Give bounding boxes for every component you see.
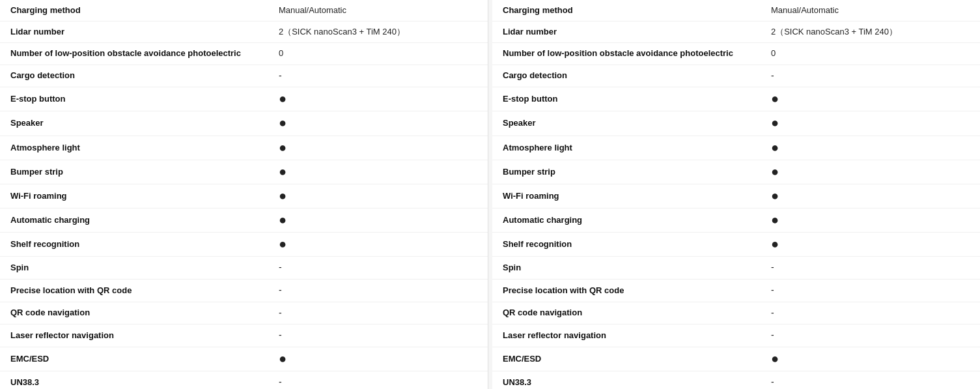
table-row: Automatic charging● (0, 209, 488, 233)
spec-label: Atmosphere light (492, 136, 761, 160)
spec-label: EMC/ESD (0, 347, 268, 371)
bullet-icon: ● (771, 352, 779, 365)
spec-value: - (268, 302, 488, 324)
dash-indicator: - (279, 308, 282, 318)
spec-table: Charging methodManual/AutomaticLidar num… (0, 0, 488, 389)
spec-label: Number of low-position obstacle avoidanc… (492, 43, 761, 65)
table-row: Speaker● (492, 111, 980, 136)
table-row: Bumper strip● (492, 160, 980, 184)
spec-value: ● (761, 209, 980, 233)
spec-value: 2（SICK nanoScan3 + TiM 240） (268, 22, 488, 43)
bullet-icon: ● (279, 189, 287, 202)
spec-value: - (268, 371, 488, 389)
dash-indicator: - (771, 330, 774, 340)
table-row: Bumper strip● (0, 160, 488, 184)
spec-value: - (268, 257, 488, 280)
bullet-icon: ● (771, 116, 779, 129)
spec-value: - (761, 280, 980, 302)
table-row: Shelf recognition● (492, 233, 980, 257)
spec-value: - (761, 257, 980, 280)
spec-value: - (761, 371, 980, 389)
table-row: Charging methodManual/Automatic (0, 0, 488, 22)
table-row: Cargo detection- (0, 65, 488, 87)
spec-value: - (761, 324, 980, 347)
table-row: QR code navigation- (492, 302, 980, 324)
spec-label: Cargo detection (492, 65, 761, 87)
spec-value: ● (268, 233, 488, 257)
spec-label: UN38.3 (492, 371, 761, 389)
spec-label: Speaker (492, 111, 761, 136)
spec-value: ● (761, 160, 980, 184)
bullet-icon: ● (771, 92, 779, 105)
table-row: Shelf recognition● (0, 233, 488, 257)
table-row: Number of low-position obstacle avoidanc… (492, 43, 980, 65)
spec-value: ● (268, 209, 488, 233)
spec-label: EMC/ESD (492, 347, 761, 371)
table-row: Precise location with QR code- (0, 280, 488, 302)
spec-value: 0 (761, 43, 980, 65)
spec-label: Bumper strip (492, 160, 761, 184)
spec-label: Wi-Fi roaming (492, 184, 761, 208)
spec-label: Shelf recognition (0, 233, 268, 257)
dash-indicator: - (279, 285, 282, 295)
spec-label: Automatic charging (492, 209, 761, 233)
spec-value: Manual/Automatic (761, 0, 980, 22)
spec-value: - (268, 65, 488, 87)
spec-label: Speaker (0, 111, 268, 136)
spec-label: QR code navigation (492, 302, 761, 324)
table-row: Precise location with QR code- (492, 280, 980, 302)
table-row: Lidar number2（SICK nanoScan3 + TiM 240） (492, 22, 980, 43)
spec-value: - (268, 324, 488, 347)
panel-right: Charging methodManual/AutomaticLidar num… (492, 0, 980, 389)
table-row: Wi-Fi roaming● (0, 184, 488, 208)
table-row: Laser reflector navigation- (0, 324, 488, 347)
table-row: Charging methodManual/Automatic (492, 0, 980, 22)
dash-indicator: - (771, 70, 774, 81)
spec-label: Charging method (492, 0, 761, 22)
spec-value: ● (268, 347, 488, 371)
table-row: QR code navigation- (0, 302, 488, 324)
spec-value: ● (761, 347, 980, 371)
spec-table: Charging methodManual/AutomaticLidar num… (492, 0, 980, 389)
bullet-icon: ● (279, 141, 287, 154)
spec-label: Atmosphere light (0, 136, 268, 160)
spec-label: Wi-Fi roaming (0, 184, 268, 208)
table-row: Wi-Fi roaming● (492, 184, 980, 208)
spec-value: - (268, 280, 488, 302)
spec-label: Spin (0, 257, 268, 280)
spec-label: Lidar number (492, 22, 761, 43)
dash-indicator: - (279, 377, 282, 387)
spec-value: ● (761, 233, 980, 257)
spec-label: UN38.3 (0, 371, 268, 389)
table-row: UN38.3- (0, 371, 488, 389)
table-row: E-stop button● (492, 87, 980, 111)
panel-left: Charging methodManual/AutomaticLidar num… (0, 0, 488, 389)
dash-indicator: - (279, 70, 282, 81)
spec-label: Charging method (0, 0, 268, 22)
bullet-icon: ● (279, 92, 287, 105)
bullet-icon: ● (771, 237, 779, 250)
bullet-icon: ● (771, 141, 779, 154)
bullet-icon: ● (279, 213, 287, 226)
dash-indicator: - (771, 262, 774, 272)
dash-indicator: - (279, 262, 282, 272)
bullet-icon: ● (771, 213, 779, 226)
spec-label: Cargo detection (0, 65, 268, 87)
spec-label: Precise location with QR code (492, 280, 761, 302)
page-container: Charging methodManual/AutomaticLidar num… (0, 0, 980, 389)
spec-label: Bumper strip (0, 160, 268, 184)
table-row: EMC/ESD● (492, 347, 980, 371)
spec-value: ● (761, 87, 980, 111)
spec-label: E-stop button (0, 87, 268, 111)
spec-value: ● (268, 87, 488, 111)
table-row: EMC/ESD● (0, 347, 488, 371)
spec-value: ● (268, 160, 488, 184)
dash-indicator: - (771, 285, 774, 295)
spec-label: Automatic charging (0, 209, 268, 233)
spec-label: Lidar number (0, 22, 268, 43)
spec-label: Laser reflector navigation (492, 324, 761, 347)
spec-label: Number of low-position obstacle avoidanc… (0, 43, 268, 65)
table-row: Speaker● (0, 111, 488, 136)
spec-label: Spin (492, 257, 761, 280)
spec-value: Manual/Automatic (268, 0, 488, 22)
